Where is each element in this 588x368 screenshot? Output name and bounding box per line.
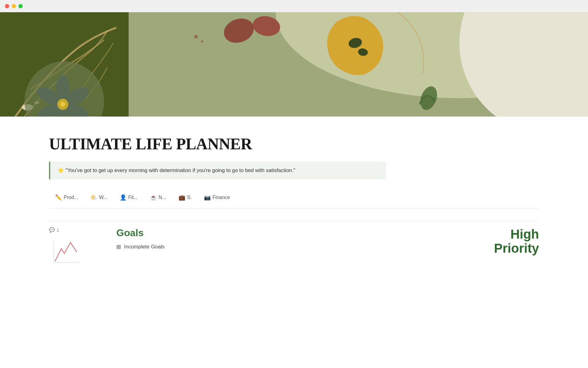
comment-icon: 💬 <box>49 227 55 233</box>
tab-nutrition[interactable]: ☕ N... <box>144 192 172 203</box>
svg-point-7 <box>56 75 70 100</box>
banner-image <box>0 12 588 117</box>
comment-count: 1 <box>57 227 59 232</box>
close-button[interactable] <box>5 4 9 8</box>
preview-sketch <box>49 236 92 267</box>
tab-social[interactable]: 💼 S. <box>172 192 198 203</box>
coffee-icon: ☕ <box>150 194 157 201</box>
table-icon: ⊞ <box>116 243 121 250</box>
high-priority-text: High Priority <box>494 227 539 255</box>
tab-finance[interactable]: 📷 Finance <box>198 192 236 203</box>
camera-icon: 📷 <box>204 194 211 201</box>
briefcase-icon: 💼 <box>179 194 185 201</box>
svg-point-20 <box>194 35 198 39</box>
incomplete-goals-label: Incomplete Goals <box>124 244 164 250</box>
minimize-button[interactable] <box>12 4 16 8</box>
page-title: ULTIMATE LIFE PLANNER <box>49 135 539 153</box>
tab-productivity-label: Prod... <box>64 195 78 200</box>
nav-tabs: ✏️ Prod... 🌤️ W... 👤 Fit... ☕ N... 💼 S. … <box>49 192 539 209</box>
quote-text: ⭐ "You've got to get up every morning wi… <box>58 167 295 173</box>
tab-social-label: S. <box>187 195 192 200</box>
quote-block: ⭐ "You've got to get up every morning wi… <box>49 162 386 179</box>
svg-point-14 <box>60 102 65 107</box>
comment-badge: 💬 1 <box>49 227 98 233</box>
incomplete-goals-row[interactable]: ⊞ Incomplete Goals <box>116 243 476 250</box>
goals-section: Goals ⊞ Incomplete Goals <box>116 227 476 250</box>
browser-chrome <box>0 0 588 12</box>
tab-nutrition-label: N... <box>159 195 166 200</box>
bottom-section: 💬 1 Goals ⊞ Incomplete Goals <box>49 227 539 268</box>
section-divider <box>49 221 539 221</box>
quote-content: "You've got to get up every morning with… <box>66 167 295 173</box>
left-preview: 💬 1 <box>49 227 98 268</box>
tab-wellness[interactable]: 🌤️ W... <box>84 192 114 203</box>
tab-finance-label: Finance <box>213 195 230 200</box>
pencil-icon: ✏️ <box>55 194 62 201</box>
sun-icon: 🌤️ <box>90 194 97 201</box>
tab-fitness-label: Fit... <box>128 195 138 200</box>
goals-heading: Goals <box>116 227 476 239</box>
tab-fitness[interactable]: 👤 Fit... <box>114 192 144 203</box>
quote-emoji: ⭐ <box>58 167 64 173</box>
high-priority-line1: High <box>494 227 539 241</box>
high-priority-line2: Priority <box>494 241 539 255</box>
person-icon: 👤 <box>120 194 126 201</box>
high-priority-section: High Priority <box>494 227 539 255</box>
maximize-button[interactable] <box>18 4 23 8</box>
tab-productivity[interactable]: ✏️ Prod... <box>49 192 84 203</box>
main-content: ULTIMATE LIFE PLANNER ⭐ "You've got to g… <box>0 117 588 281</box>
tab-wellness-label: W... <box>99 195 107 200</box>
svg-point-21 <box>201 40 203 43</box>
